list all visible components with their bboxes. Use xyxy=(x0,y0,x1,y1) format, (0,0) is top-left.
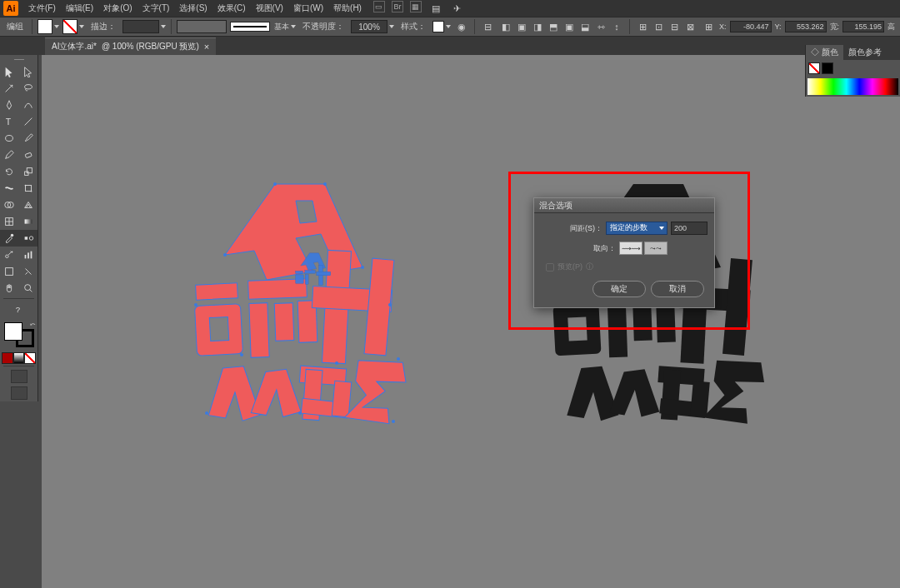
draw-mode-icon[interactable] xyxy=(11,370,28,383)
close-tab-icon[interactable]: × xyxy=(204,42,209,52)
layout-icon[interactable]: ▭ xyxy=(373,1,385,12)
free-transform-tool[interactable] xyxy=(19,180,38,197)
menu-file[interactable]: 文件(F) xyxy=(23,2,61,14)
control-bar: 编组 描边： 基本 不透明度： 样式： ◉ ⊟ ◧ ▣ ◨ ⬒ ▣ ⬓ ⇿ ↕ … xyxy=(0,17,900,37)
y-input[interactable] xyxy=(785,21,827,32)
dialog-title[interactable]: 混合选项 xyxy=(534,198,714,213)
direct-selection-tool[interactable] xyxy=(19,63,38,80)
color-mode-icon[interactable] xyxy=(2,352,13,364)
menu-help[interactable]: 帮助(H) xyxy=(328,2,367,14)
hand-tool[interactable] xyxy=(0,280,19,296)
pencil-tool[interactable] xyxy=(0,147,19,163)
type-tool[interactable]: T xyxy=(0,113,19,130)
fill-stroke-indicator[interactable]: ⤺ xyxy=(2,321,36,349)
stroke-style-dd[interactable]: 基本 xyxy=(230,22,296,32)
magic-wand-tool[interactable] xyxy=(0,80,19,97)
distribute-v-icon[interactable]: ↕ xyxy=(609,19,624,34)
gradient-mode-icon[interactable] xyxy=(13,352,25,364)
zoom-tool[interactable] xyxy=(19,280,38,296)
panel-fill-swatch[interactable] xyxy=(808,62,820,74)
menu-window[interactable]: 窗口(W) xyxy=(288,2,328,14)
pen-tool[interactable] xyxy=(0,97,19,113)
brush-tool[interactable] xyxy=(19,130,38,147)
menu-object[interactable]: 对象(O) xyxy=(98,2,137,14)
width-tool[interactable] xyxy=(0,180,19,197)
eyedropper-tool[interactable] xyxy=(0,230,19,247)
artwork-group-selected[interactable] xyxy=(175,172,450,446)
swap-fill-stroke-icon[interactable]: ⤺ xyxy=(30,321,36,328)
svg-rect-32 xyxy=(209,316,228,341)
slice-tool[interactable] xyxy=(19,263,38,280)
align-vcenter-icon[interactable]: ▣ xyxy=(562,19,577,34)
toolbox-grip[interactable] xyxy=(0,57,38,62)
align-bottom-icon[interactable]: ⬓ xyxy=(578,19,592,34)
orientation-page-button[interactable]: ⟿⟿ xyxy=(619,242,642,255)
menu-edit[interactable]: 编辑(E) xyxy=(61,2,98,14)
ok-button[interactable]: 确定 xyxy=(592,281,646,297)
blend-tool[interactable] xyxy=(19,230,38,247)
preview-checkbox-row[interactable]: 预览(P) ⓘ xyxy=(546,262,708,272)
graph-tool[interactable] xyxy=(19,247,38,263)
spacing-mode-select[interactable]: 指定的步数 xyxy=(606,222,668,235)
align-left-icon[interactable]: ◧ xyxy=(498,19,513,34)
menu-effect[interactable]: 效果(C) xyxy=(212,2,251,14)
symbol-sprayer-tool[interactable] xyxy=(0,247,19,263)
fill-color-box[interactable] xyxy=(4,322,22,341)
recolor-icon[interactable]: ◉ xyxy=(454,19,469,34)
align-stroke-icon[interactable]: ⊟ xyxy=(480,19,495,34)
artboard-tool[interactable] xyxy=(0,263,19,280)
x-label: X: xyxy=(719,22,727,31)
transform-icon-2[interactable]: ⊡ xyxy=(651,19,666,34)
shape-builder-tool[interactable] xyxy=(0,197,19,213)
menu-type[interactable]: 文字(T) xyxy=(138,2,175,14)
gradient-tool[interactable] xyxy=(19,213,38,230)
bridge-icon[interactable]: Br xyxy=(392,1,403,12)
transform-icon-3[interactable]: ⊟ xyxy=(667,19,682,34)
align-right-icon[interactable]: ◨ xyxy=(530,19,545,34)
perspective-tool[interactable] xyxy=(19,197,38,213)
canvas[interactable]: 混合选项 间距(S)： 指定的步数 取向： ⟿⟿ ⤳⤳ 预览(P) ⓘ xyxy=(42,55,900,588)
distribute-h-icon[interactable]: ⇿ xyxy=(593,19,608,34)
none-mode-icon[interactable] xyxy=(24,352,36,364)
gpu-icon[interactable]: ✈ xyxy=(450,1,465,16)
lasso-tool[interactable] xyxy=(19,80,38,97)
mesh-tool[interactable] xyxy=(0,213,19,230)
stroke-swatch[interactable] xyxy=(62,19,84,34)
opacity-input[interactable] xyxy=(351,20,394,33)
document-tab[interactable]: AI立体字.ai* @ 100% (RGB/GPU 预览) × xyxy=(45,37,216,55)
fill-swatch[interactable] xyxy=(38,19,59,34)
preview-checkbox[interactable] xyxy=(546,263,554,272)
align-top-icon[interactable]: ⬒ xyxy=(546,19,561,34)
style-swatch[interactable] xyxy=(432,21,451,32)
w-input[interactable] xyxy=(842,21,884,32)
arrange-icon[interactable]: ▤ xyxy=(428,1,443,16)
align-hcenter-icon[interactable]: ▣ xyxy=(514,19,529,34)
ref-point-icon[interactable]: ⊞ xyxy=(701,19,716,34)
transform-icon-4[interactable]: ⊠ xyxy=(682,19,698,34)
selection-tool[interactable] xyxy=(0,63,19,80)
menu-view[interactable]: 视图(V) xyxy=(251,2,288,14)
color-tab[interactable]: ◇ 颜色 xyxy=(806,45,843,60)
stroke-weight-input[interactable] xyxy=(122,20,166,33)
color-spectrum[interactable] xyxy=(808,78,898,95)
svg-point-45 xyxy=(323,182,327,186)
eraser-tool[interactable] xyxy=(19,147,38,163)
rotate-tool[interactable] xyxy=(0,163,19,180)
curvature-tool[interactable] xyxy=(19,97,38,113)
x-input[interactable] xyxy=(730,21,772,32)
line-tool[interactable] xyxy=(19,113,38,130)
toggle-fill-stroke[interactable]: ? xyxy=(0,301,38,317)
stock-icon[interactable]: ▦ xyxy=(410,1,422,12)
orientation-path-button[interactable]: ⤳⤳ xyxy=(644,242,668,255)
scale-tool[interactable] xyxy=(19,163,38,180)
spacing-value-input[interactable] xyxy=(671,222,708,235)
w-label: 宽: xyxy=(830,22,840,32)
panel-stroke-swatch[interactable] xyxy=(822,62,833,74)
cancel-button[interactable]: 取消 xyxy=(651,281,704,297)
screen-mode-icon[interactable] xyxy=(11,386,28,400)
menu-select[interactable]: 选择(S) xyxy=(174,2,212,14)
transform-icon-1[interactable]: ⊞ xyxy=(635,19,650,34)
ellipse-tool[interactable] xyxy=(0,130,19,147)
color-guide-tab[interactable]: 颜色参考 xyxy=(843,45,887,60)
brush-def-input[interactable] xyxy=(177,20,227,33)
